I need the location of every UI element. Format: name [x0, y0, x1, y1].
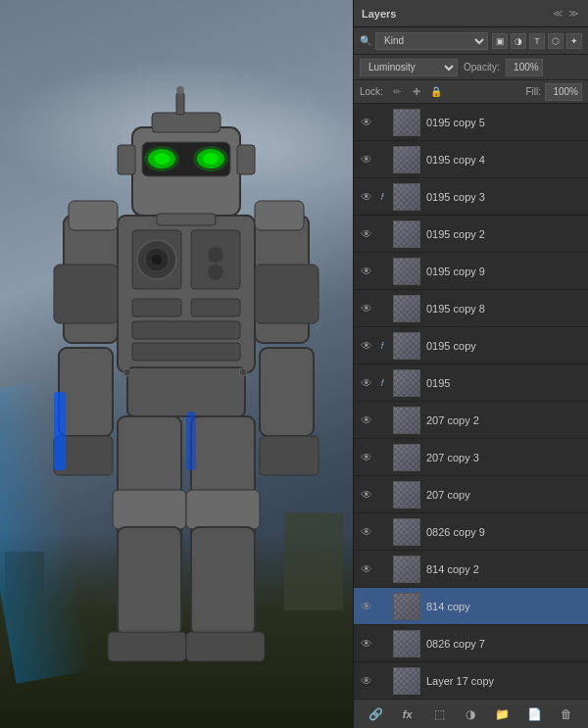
- layer-thumbnail: [393, 146, 420, 173]
- layer-fx-indicator: [375, 562, 389, 576]
- lock-all-btn[interactable]: 🔒: [428, 84, 444, 100]
- collapse-icon[interactable]: ≪: [553, 8, 564, 20]
- layer-visibility-toggle[interactable]: 👁: [358, 114, 375, 131]
- layer-name-label: 0195 copy 2: [424, 228, 584, 240]
- layer-visibility-toggle[interactable]: 👁: [358, 263, 375, 280]
- svg-rect-47: [176, 93, 184, 115]
- svg-rect-24: [255, 265, 318, 323]
- new-group-btn[interactable]: 📁: [493, 704, 513, 724]
- layer-fx-indicator: f: [375, 339, 389, 353]
- panel-title: Layers: [362, 8, 396, 20]
- filter-smart-btn[interactable]: ✦: [566, 33, 582, 49]
- svg-point-48: [176, 86, 184, 94]
- layer-thumbnail: [393, 630, 420, 657]
- layer-fx-indicator: [375, 525, 389, 539]
- layer-item[interactable]: 👁0195 copy 9: [354, 253, 588, 290]
- layer-name-label: 814 copy: [424, 601, 584, 612]
- layer-thumbnail: [393, 481, 420, 509]
- add-mask-btn[interactable]: ⬚: [429, 704, 449, 724]
- lock-move-btn[interactable]: ✚: [409, 84, 424, 100]
- svg-rect-21: [59, 348, 113, 436]
- layer-thumbnail: [393, 183, 420, 211]
- svg-rect-49: [118, 145, 135, 174]
- filter-adj-btn[interactable]: ◑: [511, 33, 526, 49]
- layer-item[interactable]: 👁0826 copy 7: [354, 625, 588, 662]
- svg-rect-50: [237, 145, 255, 174]
- layer-visibility-toggle[interactable]: 👁: [358, 188, 375, 206]
- layer-item[interactable]: 👁0195 copy 2: [354, 216, 588, 253]
- layer-visibility-toggle[interactable]: 👁: [358, 672, 375, 690]
- layer-item[interactable]: 👁Layer 17 copy: [354, 662, 588, 699]
- lock-row: Lock: ✏ ✚ 🔒 Fill:: [354, 80, 588, 104]
- svg-rect-17: [157, 214, 216, 225]
- expand-icon[interactable]: ≫: [568, 8, 580, 20]
- layer-name-label: 207 copy: [424, 489, 584, 501]
- filter-icons: ▣ ◑ T ⬡ ✦: [492, 33, 582, 49]
- layer-name-label: 0195 copy 5: [424, 117, 584, 128]
- svg-point-39: [123, 368, 131, 376]
- fill-input[interactable]: [545, 83, 582, 101]
- layer-fx-indicator: [375, 413, 389, 427]
- layer-item[interactable]: 👁814 copy: [354, 588, 588, 625]
- svg-point-15: [144, 146, 179, 171]
- add-adjustment-btn[interactable]: ◑: [461, 704, 480, 724]
- filter-shape-btn[interactable]: ⬡: [548, 33, 564, 49]
- svg-point-5: [151, 254, 163, 266]
- layer-visibility-toggle[interactable]: 👁: [358, 560, 375, 578]
- new-layer-btn[interactable]: 📄: [524, 704, 544, 724]
- layer-item[interactable]: 👁f0195: [354, 364, 588, 402]
- layer-thumbnail: [393, 407, 420, 434]
- svg-point-7: [208, 265, 223, 280]
- svg-rect-30: [113, 490, 186, 529]
- filter-pixel-btn[interactable]: ▣: [492, 33, 508, 49]
- kind-dropdown[interactable]: Kind: [375, 32, 488, 50]
- layers-list[interactable]: 👁0195 copy 5👁0195 copy 4👁f0195 copy 3👁01…: [354, 104, 588, 699]
- layer-item[interactable]: 👁0826 copy 9: [354, 513, 588, 551]
- layer-item[interactable]: 👁f0195 copy: [354, 327, 588, 364]
- layer-thumbnail: [393, 518, 420, 546]
- filter-row: 🔍 Kind ▣ ◑ T ⬡ ✦: [354, 27, 588, 55]
- layer-item[interactable]: 👁0195 copy 5: [354, 104, 588, 141]
- layer-visibility-toggle[interactable]: 👁: [358, 523, 375, 541]
- layer-visibility-toggle[interactable]: 👁: [358, 449, 375, 466]
- layer-thumbnail: [393, 332, 420, 360]
- svg-rect-32: [108, 632, 186, 661]
- layer-visibility-toggle[interactable]: 👁: [358, 486, 375, 504]
- layer-fx-indicator: [375, 488, 389, 502]
- layer-item[interactable]: 👁814 copy 2: [354, 551, 588, 588]
- layer-thumbnail: [393, 556, 420, 583]
- layer-visibility-toggle[interactable]: 👁: [358, 635, 375, 653]
- layer-fx-indicator: [375, 153, 389, 167]
- layer-item[interactable]: 👁207 copy: [354, 476, 588, 513]
- layer-item[interactable]: 👁207 copy 2: [354, 402, 588, 439]
- filter-type-btn[interactable]: T: [529, 33, 545, 49]
- layer-name-label: 0826 copy 7: [424, 638, 584, 650]
- delete-layer-btn[interactable]: 🗑: [557, 704, 576, 724]
- bottom-toolbar: 🔗 fx ⬚ ◑ 📁 📄 🗑: [354, 699, 588, 728]
- layer-visibility-toggle[interactable]: 👁: [358, 374, 375, 392]
- layer-item[interactable]: 👁0195 copy 8: [354, 290, 588, 327]
- layer-visibility-toggle[interactable]: 👁: [358, 225, 375, 243]
- layer-thumbnail: [393, 667, 420, 695]
- layer-visibility-toggle[interactable]: 👁: [358, 337, 375, 355]
- layer-visibility-toggle[interactable]: 👁: [358, 151, 375, 169]
- layers-panel: Layers ≪ ≫ 🔍 Kind ▣ ◑ T ⬡ ✦ Luminosity O…: [353, 0, 588, 728]
- layer-item[interactable]: 👁f0195 copy 3: [354, 178, 588, 216]
- layer-visibility-toggle[interactable]: 👁: [358, 300, 375, 317]
- blend-mode-dropdown[interactable]: Luminosity: [360, 59, 458, 76]
- layer-name-label: 0195: [424, 377, 584, 389]
- layer-item[interactable]: 👁0195 copy 4: [354, 141, 588, 178]
- lock-pixels-btn[interactable]: ✏: [389, 84, 405, 100]
- layer-fx-indicator: [375, 302, 389, 315]
- svg-point-40: [239, 368, 247, 376]
- layer-name-label: 0826 copy 9: [424, 526, 584, 538]
- layer-item[interactable]: 👁207 copy 3: [354, 439, 588, 476]
- add-fx-btn[interactable]: fx: [398, 704, 417, 724]
- link-layers-btn[interactable]: 🔗: [366, 704, 385, 724]
- svg-point-6: [208, 247, 223, 263]
- opacity-input[interactable]: [506, 59, 543, 76]
- layer-thumbnail: [393, 295, 420, 322]
- layer-visibility-toggle[interactable]: 👁: [358, 598, 375, 615]
- layer-visibility-toggle[interactable]: 👁: [358, 412, 375, 429]
- svg-rect-38: [186, 412, 196, 470]
